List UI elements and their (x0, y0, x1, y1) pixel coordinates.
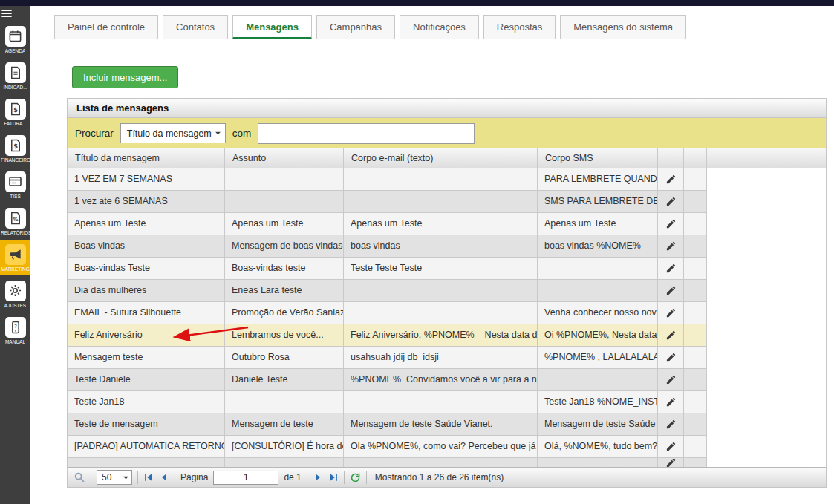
panel-header: Lista de mensagens (68, 99, 826, 118)
edit-row-button[interactable] (658, 458, 684, 467)
table-row[interactable]: Dia das mulheresEneas Lara teste (68, 280, 707, 302)
add-message-button[interactable]: Incluir mensagem... (72, 66, 178, 88)
edit-pencil-icon (665, 285, 677, 296)
prev-page-icon[interactable] (159, 472, 169, 482)
column-header-corpo-e-mail-texto[interactable]: Corpo e-mail (texto) (344, 148, 538, 168)
table-row[interactable]: Mensagem testeOutubro Rosausahsuah jdij … (68, 347, 707, 369)
cell-assunto: Lembramos de você... (225, 324, 344, 346)
table-row[interactable]: Teste Jan18Teste Jan18 %NOME_INST% (68, 391, 707, 413)
table-row[interactable]: Apenas um TesteApenas um TesteApenas um … (68, 213, 707, 235)
cell-extra (684, 168, 707, 190)
table-row[interactable]: EMAIL - Sutura SilhouettePromoção de Ver… (68, 302, 707, 324)
svg-text:?: ? (14, 324, 17, 330)
table-row[interactable]: [PADRAO] AUTOMATICA RETORNO[CONSULTÓRIO]… (68, 436, 707, 458)
edit-row-button[interactable] (658, 280, 684, 301)
sidebar-item-label: MANUAL (5, 339, 25, 344)
tab-respostas[interactable]: Respostas (483, 15, 556, 39)
document-icon (5, 62, 26, 83)
edit-row-button[interactable] (658, 324, 684, 346)
table-row[interactable]: 1 VEZ EM 7 SEMANASPARA LEMBRETE QUANDO (68, 168, 707, 191)
edit-pencil-icon (665, 263, 677, 274)
sidebar-item-indicad[interactable]: INDICAD... (0, 59, 30, 93)
tab-notifica-es[interactable]: Notificações (400, 15, 479, 39)
tab-painel-de-controle[interactable]: Painel de controle (54, 15, 158, 39)
page-input[interactable] (213, 471, 278, 485)
cell-extra (684, 391, 707, 413)
megaphone-icon (5, 244, 26, 265)
sidebar-item-marketing[interactable]: MARKETING (0, 240, 30, 275)
table-row[interactable] (68, 458, 707, 467)
tab-mensagens-do-sistema[interactable]: Mensagens do sistema (560, 15, 686, 39)
cell-extra (684, 324, 707, 346)
edit-pencil-icon (665, 330, 677, 341)
edit-row-button[interactable] (658, 235, 684, 257)
search-input[interactable] (258, 123, 475, 144)
table-row[interactable]: Boas vindasMensagem de boas vindasboas v… (68, 235, 707, 258)
divider (137, 471, 138, 484)
cell-titulo: 1 vez ate 6 SEMANAS (68, 191, 225, 212)
table-row[interactable]: Boas-vindas TesteBoas-vindas testeTeste … (68, 258, 707, 280)
cell-corpo-sms: Venha conhecer nosso novo (538, 302, 658, 324)
first-page-icon[interactable] (143, 472, 154, 482)
table-header: Título da mensagemAssuntoCorpo e-mail (t… (68, 148, 826, 168)
edit-pencil-icon (665, 352, 677, 363)
table-row[interactable]: Feliz AniversárioLembramos de você...Fel… (68, 324, 707, 347)
edit-row-button[interactable] (658, 347, 684, 368)
cell-extra (684, 280, 707, 301)
cell-extra (684, 258, 707, 279)
edit-pencil-icon (665, 374, 677, 385)
edit-row-button[interactable] (658, 191, 684, 212)
edit-pencil-icon (665, 218, 677, 229)
sidebar-item-tiss[interactable]: TISS (0, 168, 30, 202)
edit-row-button[interactable] (658, 413, 684, 435)
divider (366, 471, 367, 484)
edit-pencil-icon (665, 240, 677, 252)
cell-assunto: Outubro Rosa (225, 347, 344, 368)
pagination-bar: 50 Página de 1 Mostrando 1 a 26 de 26 it… (68, 467, 826, 487)
cell-corpo-sms (538, 258, 658, 279)
table-row[interactable]: Teste de mensagemMensagem de testeMensag… (68, 413, 707, 436)
cell-corpo-sms: %PNOME% , LALALALALAL (538, 347, 658, 368)
sidebar-item-label: FINANCEIRO (1, 157, 30, 163)
sidebar-item-relat-rios[interactable]: %RELATÓRIOS (0, 204, 30, 238)
edit-row-button[interactable] (658, 391, 684, 413)
sidebar-item-manual[interactable]: ?MANUAL (0, 313, 30, 347)
hamburger-menu-icon[interactable] (0, 9, 13, 19)
next-page-icon[interactable] (313, 472, 323, 482)
cell-extra (684, 302, 707, 324)
calendar-icon (5, 26, 26, 47)
cell-corpo-email: Feliz Aniversário, %PNOME% Nesta data d (344, 324, 538, 346)
tab-campanhas[interactable]: Campanhas (316, 15, 395, 39)
cell-corpo-email: Teste Teste Teste (344, 258, 538, 279)
sidebar-item-ajustes[interactable]: AJUSTES (0, 277, 30, 311)
edit-row-button[interactable] (658, 369, 684, 390)
last-page-icon[interactable] (328, 472, 339, 482)
search-field-select[interactable]: Título da mensagem (120, 123, 226, 143)
table-row[interactable]: Teste DanieleDaniele Teste%PNOME% Convid… (68, 369, 707, 391)
table-row[interactable]: 1 vez ate 6 SEMANASSMS PARA LEMBRETE DE … (68, 191, 707, 213)
edit-row-button[interactable] (658, 302, 684, 324)
tab-mensagens[interactable]: Mensagens (232, 15, 312, 39)
tab-contatos[interactable]: Contatos (163, 15, 228, 39)
card-icon (5, 171, 26, 192)
edit-row-button[interactable] (658, 258, 684, 279)
refresh-icon[interactable] (350, 472, 361, 483)
edit-row-button[interactable] (658, 436, 684, 457)
cell-corpo-email: Mensagem de teste Saúde Vianet. (344, 413, 538, 435)
sidebar-item-label: MARKETING (1, 266, 30, 272)
column-header-corpo-sms[interactable]: Corpo SMS (538, 148, 658, 168)
cell-titulo: [PADRAO] AUTOMATICA RETORNO (68, 436, 225, 457)
column-header-assunto[interactable]: Assunto (225, 148, 344, 168)
cell-corpo-sms: PARA LEMBRETE QUANDO (538, 168, 658, 190)
cell-assunto: Eneas Lara teste (225, 280, 344, 301)
edit-row-button[interactable] (658, 213, 684, 235)
sidebar-item-financeiro[interactable]: $FINANCEIRO (0, 131, 30, 166)
edit-row-button[interactable] (658, 168, 684, 190)
sidebar-item-agenda[interactable]: AGENDA (0, 22, 30, 56)
column-header-t-tulo-da-mensagem[interactable]: Título da mensagem (68, 148, 225, 168)
page-label: Página (180, 472, 208, 482)
page-size-select[interactable]: 50 (97, 470, 132, 485)
top-bar (0, 0, 834, 6)
magnifier-icon[interactable] (74, 471, 85, 483)
sidebar-item-fatura[interactable]: $FATURA... (0, 95, 30, 129)
